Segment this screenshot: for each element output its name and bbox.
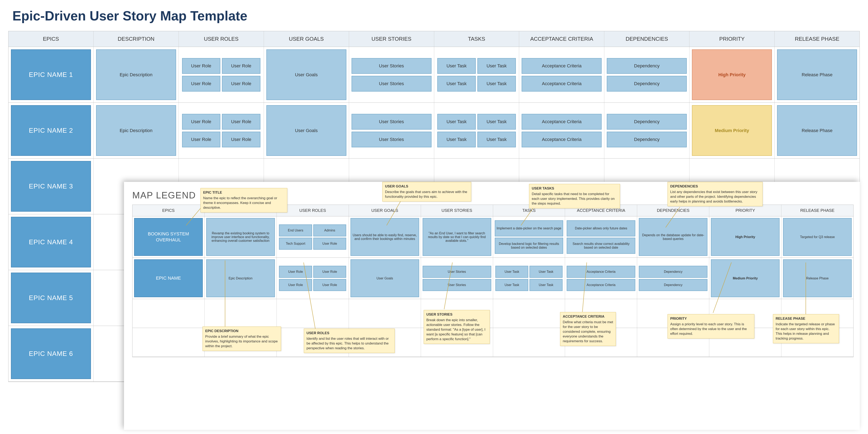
criteria-box: Acceptance Criteria: [522, 58, 601, 74]
legend-criteria-box: Acceptance Criteria: [567, 266, 635, 278]
main-header-cell: ACCEPTANCE CRITERIA: [519, 31, 604, 47]
callout-release-phase: RELEASE PHASE Indicate the targeted rele…: [773, 314, 839, 343]
description-box: Epic Description: [96, 105, 176, 156]
map-legend-panel: MAP LEGEND EPICSDESCRIPTIONUSER ROLESUSE…: [124, 182, 860, 430]
legend-goals-box: User Goals: [350, 259, 419, 297]
main-header-cell: DESCRIPTION: [94, 31, 179, 47]
callout-user-roles: USER ROLES Identify and list the user ro…: [304, 329, 395, 353]
legend-criteria-box: Search results show correct availability…: [567, 238, 635, 254]
legend-priority-medium: Medium Priority: [711, 259, 779, 297]
legend-role-box: User Role: [313, 238, 346, 250]
legend-role-box: End Users: [279, 224, 312, 237]
epic-name-box: EPIC NAME 5: [11, 273, 91, 323]
legend-story-box: User Stories: [423, 279, 491, 291]
role-box: User Role: [182, 114, 220, 130]
legend-header-cell: RELEASE PHASE: [781, 205, 853, 216]
legend-criteria-box: Date-picker allows only future dates: [567, 220, 635, 237]
release-box: Release Phase: [777, 105, 857, 156]
priority-box: Medium Priority: [692, 105, 772, 156]
legend-task-box: User Task: [495, 279, 528, 291]
task-box: User Task: [437, 76, 476, 92]
task-box: User Task: [437, 114, 476, 130]
legend-header-cell: EPICS: [132, 205, 205, 216]
legend-role-box: User Role: [313, 266, 346, 278]
legend-role-box: User Role: [313, 279, 346, 291]
callout-priority: PRIORITY Assign a priority level to each…: [668, 314, 754, 339]
main-epic-row: EPIC NAME 1Epic DescriptionUser RoleUser…: [8, 47, 860, 103]
main-header-cell: EPICS: [8, 31, 94, 47]
role-box: User Role: [222, 58, 260, 74]
role-box: User Role: [182, 76, 220, 92]
legend-task-box: Implement a date-picker on the search pa…: [495, 220, 563, 237]
callout-user-stories: USER STORIES Break down the epic into sm…: [424, 310, 490, 344]
legend-header-cell: DEPENDENCIES: [637, 205, 709, 216]
legend-criteria-box: Acceptance Criteria: [567, 279, 635, 291]
legend-release-box: Targeted for Q3 release: [783, 218, 852, 256]
legend-epic-booking: BOOKING SYSTEM OVERHAUL: [134, 218, 203, 256]
legend-task-box: User Task: [529, 279, 562, 291]
story-box: User Stories: [351, 76, 432, 92]
legend-goals-box: Users should be able to easily find, res…: [350, 218, 419, 256]
epic-name-box: EPIC NAME 1: [11, 50, 91, 100]
role-box: User Role: [182, 132, 220, 147]
main-header-cell: RELEASE PHASE: [775, 31, 860, 47]
legend-row-booking: BOOKING SYSTEM OVERHAUL Revamp the exist…: [132, 216, 853, 258]
dependency-box: Dependency: [607, 132, 687, 147]
main-header-cell: USER STORIES: [349, 31, 434, 47]
legend-role-box: Tech Support: [279, 238, 312, 250]
legend-release-box: Release Phase: [783, 259, 852, 297]
page-title: Epic-Driven User Story Map Template: [0, 0, 868, 30]
role-box: User Role: [222, 132, 260, 147]
main-header-cell: USER ROLES: [179, 31, 264, 47]
role-box: User Role: [222, 114, 260, 130]
criteria-box: Acceptance Criteria: [522, 132, 601, 147]
main-header-cell: PRIORITY: [689, 31, 775, 47]
main-header-cell: DEPENDENCIES: [604, 31, 689, 47]
legend-story-box: User Stories: [423, 266, 491, 278]
legend-dependency-box: Depends on the database update for date-…: [639, 218, 707, 256]
description-box: Epic Description: [96, 50, 176, 100]
priority-box: High Priority: [692, 50, 772, 100]
story-box: User Stories: [351, 132, 432, 147]
dependency-box: Dependency: [607, 76, 687, 92]
legend-description-box: Epic Description: [206, 259, 275, 297]
legend-description-box: Revamp the existing booking system to im…: [206, 218, 275, 256]
main-header-row: EPICSDESCRIPTIONUSER ROLESUSER GOALSUSER…: [8, 31, 860, 47]
story-box: User Stories: [351, 114, 432, 130]
goals-box: User Goals: [267, 50, 346, 100]
epic-name-box: EPIC NAME 6: [11, 329, 91, 379]
callout-user-tasks: USER TASKS Detail specific tasks that ne…: [529, 184, 620, 208]
callout-dependencies: DEPENDENCIES List any dependencies that …: [668, 182, 763, 206]
epic-name-box: EPIC NAME 3: [11, 161, 91, 212]
legend-header-cell: USER STORIES: [421, 205, 493, 216]
epic-name-box: EPIC NAME 2: [11, 105, 91, 156]
legend-epic-generic: EPIC NAME: [134, 259, 203, 297]
legend-row-generic: EPIC NAME Epic Description User Role Use…: [132, 258, 853, 299]
legend-priority-high: High Priority: [711, 218, 779, 256]
task-box: User Task: [437, 132, 476, 147]
dependency-box: Dependency: [607, 58, 687, 74]
task-box: User Task: [477, 58, 516, 74]
callout-epic-description: EPIC DESCRIPTION Provide a brief summary…: [203, 327, 281, 351]
criteria-box: Acceptance Criteria: [522, 76, 601, 92]
task-box: User Task: [477, 76, 516, 92]
release-box: Release Phase: [777, 50, 857, 100]
story-box: User Stories: [351, 58, 432, 74]
goals-box: User Goals: [267, 105, 346, 156]
legend-header-cell: USER GOALS: [349, 205, 421, 216]
legend-role-box: User Role: [279, 266, 312, 278]
legend-header-cell: PRIORITY: [709, 205, 781, 216]
main-header-cell: TASKS: [434, 31, 519, 47]
criteria-box: Acceptance Criteria: [522, 114, 601, 130]
legend-dependency-box: Dependency: [639, 279, 707, 291]
main-header-cell: USER GOALS: [264, 31, 349, 47]
dependency-box: Dependency: [607, 114, 687, 130]
callout-user-goals: USER GOALS Describe the goals that users…: [382, 182, 471, 202]
task-box: User Task: [477, 114, 516, 130]
callout-acceptance-criteria: ACCEPTANCE CRITERIA Define what criteria…: [560, 312, 616, 346]
legend-dependency-box: Dependency: [639, 266, 707, 278]
legend-task-box: User Task: [495, 266, 528, 278]
main-epic-row: EPIC NAME 2Epic DescriptionUser RoleUser…: [8, 103, 860, 158]
legend-story-box: "As an End User, I want to filter search…: [423, 218, 491, 256]
epic-name-box: EPIC NAME 4: [11, 217, 91, 268]
